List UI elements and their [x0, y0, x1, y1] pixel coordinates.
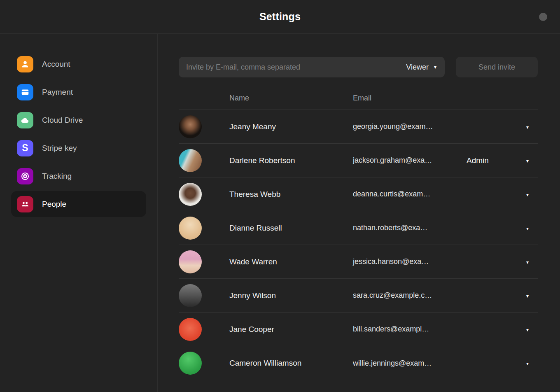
member-name: Wade Warren: [229, 257, 353, 266]
column-header-email: Email: [353, 94, 467, 103]
member-email: jackson.graham@exa…: [353, 156, 467, 165]
member-email: nathan.roberts@exa…: [353, 224, 467, 232]
table-row: Darlene Robertson jackson.graham@exa… Ad…: [179, 144, 538, 177]
sidebar-item-cloud-drive[interactable]: Cloud Drive: [11, 107, 146, 133]
target-icon: [17, 168, 33, 184]
table-row: Jeany Meany georgia.young@exam… ▾: [179, 110, 538, 144]
sidebar-item-label: Payment: [42, 88, 73, 97]
avatar: [179, 250, 202, 273]
role-dropdown[interactable]: ▾: [526, 326, 538, 333]
role-dropdown[interactable]: ▾: [526, 157, 538, 164]
people-settings-panel: Viewer ▾ Send invite Name Email Jeany Me…: [158, 34, 560, 392]
invite-role-value: Viewer: [406, 63, 429, 72]
sidebar-item-stripe-key[interactable]: S Stripe key: [11, 135, 146, 161]
sidebar-item-label: People: [42, 200, 66, 209]
sidebar-item-label: Tracking: [42, 172, 72, 181]
member-email: deanna.curtis@exam…: [353, 190, 467, 198]
chevron-down-icon: ▾: [434, 65, 436, 70]
chevron-down-icon: ▾: [526, 327, 529, 333]
role-dropdown[interactable]: ▾: [526, 258, 538, 266]
chevron-down-icon: ▾: [526, 158, 529, 164]
member-name: Darlene Robertson: [229, 156, 353, 165]
role-dropdown[interactable]: ▾: [526, 123, 538, 131]
member-name: Jenny Wilson: [229, 291, 353, 300]
titlebar: Settings: [0, 0, 560, 34]
invite-bar: Viewer ▾ Send invite: [179, 57, 538, 77]
page-title: Settings: [259, 11, 301, 23]
avatar: [179, 183, 202, 206]
avatar: [179, 149, 202, 172]
member-name: Theresa Webb: [229, 190, 353, 199]
table-row: Jenny Wilson sara.cruz@example.c… ▾: [179, 279, 538, 313]
member-name: Jane Cooper: [229, 325, 353, 334]
avatar: [179, 217, 202, 240]
member-email: jessica.hanson@exa…: [353, 257, 467, 266]
chevron-down-icon: ▾: [526, 226, 529, 231]
sidebar-item-people[interactable]: People: [11, 191, 146, 217]
settings-window: Settings Account Payment Cloud Dr: [0, 0, 560, 392]
invite-field: Viewer ▾: [179, 57, 445, 77]
stripe-s-icon: S: [17, 140, 33, 156]
chevron-down-icon: ▾: [526, 192, 529, 198]
table-row: Dianne Russell nathan.roberts@exa… ▾: [179, 211, 538, 245]
sidebar-item-payment[interactable]: Payment: [11, 79, 146, 105]
avatar: [179, 352, 202, 375]
role-dropdown[interactable]: ▾: [526, 191, 538, 198]
member-email: georgia.young@exam…: [353, 122, 467, 131]
avatar: [179, 284, 202, 307]
column-header-name: Name: [229, 94, 353, 103]
member-email: bill.sanders@exampl…: [353, 325, 467, 334]
member-name: Jeany Meany: [229, 122, 353, 131]
member-email: sara.cruz@example.c…: [353, 291, 467, 300]
chevron-down-icon: ▾: [526, 361, 529, 366]
table-row: Cameron Williamson willie.jennings@exam……: [179, 346, 538, 380]
table-row: Jane Cooper bill.sanders@exampl… ▾: [179, 313, 538, 346]
user-icon: [17, 56, 33, 72]
invite-email-input[interactable]: [179, 57, 404, 77]
role-dropdown[interactable]: ▾: [526, 224, 538, 232]
sidebar-item-label: Account: [42, 60, 70, 69]
member-name: Cameron Williamson: [229, 359, 353, 368]
sidebar-item-tracking[interactable]: Tracking: [11, 163, 146, 189]
table-row: Theresa Webb deanna.curtis@exam… ▾: [179, 177, 538, 211]
chevron-down-icon: ▾: [526, 293, 529, 299]
invite-role-select[interactable]: Viewer ▾: [404, 57, 445, 77]
sidebar-item-label: Stripe key: [42, 144, 77, 153]
chevron-down-icon: ▾: [526, 259, 529, 265]
role-dropdown[interactable]: ▾: [526, 292, 538, 299]
chevron-down-icon: ▾: [526, 124, 529, 130]
member-email: willie.jennings@exam…: [353, 359, 467, 368]
avatar: [179, 318, 202, 341]
member-name: Dianne Russell: [229, 224, 353, 233]
people-icon: [17, 196, 33, 212]
sidebar-item-label: Cloud Drive: [42, 116, 83, 125]
table-row: Wade Warren jessica.hanson@exa… ▾: [179, 245, 538, 279]
sidebar: Account Payment Cloud Drive S Stripe key: [0, 34, 158, 392]
status-dot[interactable]: [539, 13, 547, 21]
avatar: [179, 115, 202, 138]
sidebar-item-account[interactable]: Account: [11, 51, 146, 77]
credit-card-icon: [17, 84, 33, 100]
role-dropdown[interactable]: ▾: [526, 359, 538, 367]
cloud-icon: [17, 112, 33, 128]
send-invite-button[interactable]: Send invite: [456, 57, 538, 77]
table-header-row: Name Email: [179, 86, 538, 110]
people-table: Name Email Jeany Meany georgia.young@exa…: [179, 86, 538, 380]
member-role[interactable]: Admin: [467, 156, 526, 165]
